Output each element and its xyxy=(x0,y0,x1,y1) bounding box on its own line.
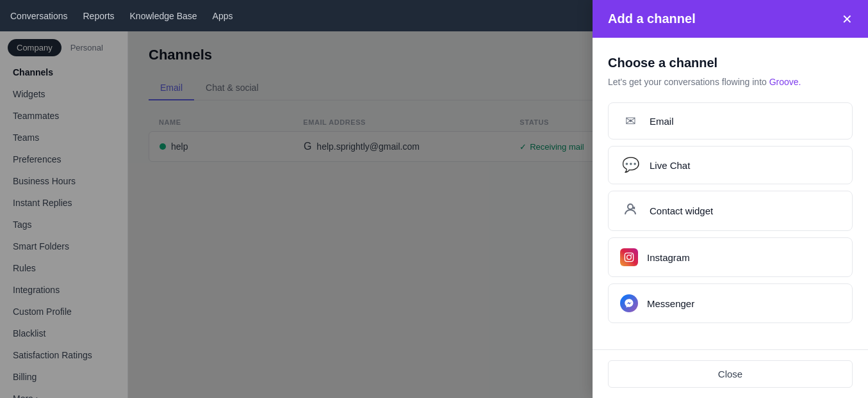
messenger-icon xyxy=(620,294,638,312)
nav-conversations[interactable]: Conversations xyxy=(10,8,68,24)
channel-option-live-chat[interactable]: 💬 Live Chat xyxy=(608,146,853,184)
close-button[interactable]: Close xyxy=(608,360,853,388)
nav-reports[interactable]: Reports xyxy=(83,8,115,24)
modal-title: Add a channel xyxy=(608,12,696,26)
modal-body: Choose a channel Let's get your conversa… xyxy=(593,38,868,349)
modal-header: Add a channel ✕ xyxy=(593,0,868,38)
nav-apps[interactable]: Apps xyxy=(213,8,233,24)
instagram-icon xyxy=(620,248,638,266)
channel-option-contact-widget[interactable]: Contact widget xyxy=(608,191,853,231)
modal-description: Let's get your conversations flowing int… xyxy=(608,77,853,87)
channel-label-instagram: Instagram xyxy=(647,252,690,263)
modal-close-button[interactable]: ✕ xyxy=(842,13,853,26)
nav-knowledge-base[interactable]: Knowledge Base xyxy=(130,8,197,24)
channel-option-messenger[interactable]: Messenger xyxy=(608,283,853,323)
channel-label-live-chat: Live Chat xyxy=(650,160,690,171)
modal-subtitle: Choose a channel xyxy=(608,56,853,70)
email-icon: ✉ xyxy=(620,113,641,129)
svg-rect-2 xyxy=(625,253,633,261)
svg-point-4 xyxy=(631,254,632,255)
widget-icon xyxy=(620,202,641,220)
channel-option-email[interactable]: ✉ Email xyxy=(608,102,853,139)
add-channel-modal: Add a channel ✕ Choose a channel Let's g… xyxy=(593,0,868,398)
channel-label-contact-widget: Contact widget xyxy=(650,205,713,216)
svg-point-3 xyxy=(627,255,632,260)
svg-point-0 xyxy=(628,204,633,209)
groove-link[interactable]: Groove. xyxy=(769,77,801,87)
channel-label-email: Email xyxy=(650,116,674,127)
channel-option-instagram[interactable]: Instagram xyxy=(608,237,853,277)
modal-footer: Close xyxy=(593,349,868,398)
channel-label-messenger: Messenger xyxy=(647,298,694,309)
chat-icon: 💬 xyxy=(620,157,641,173)
